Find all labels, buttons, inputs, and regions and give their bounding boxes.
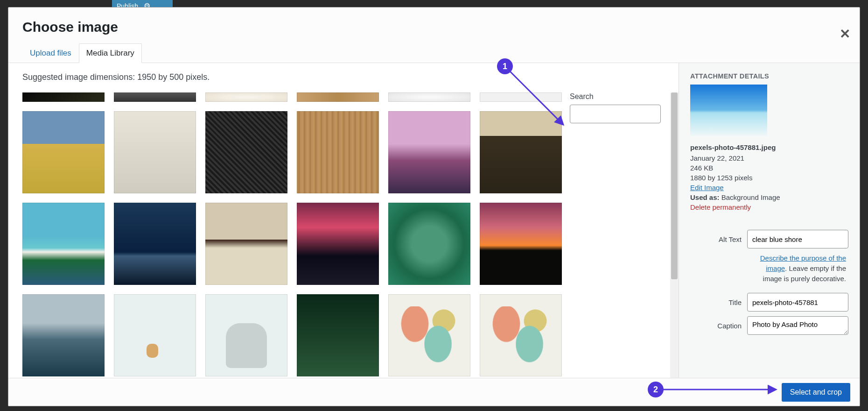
choose-image-modal: Choose image ✕ Upload files Media Librar… — [8, 7, 860, 406]
media-thumb[interactable] — [480, 92, 562, 102]
suggested-dimensions: Suggested image dimensions: 1950 by 500 … — [22, 72, 679, 82]
modal-body: Suggested image dimensions: 1950 by 500 … — [8, 63, 860, 378]
alt-help-text: Describe the purpose of the image. Leave… — [747, 253, 848, 283]
media-thumb[interactable] — [297, 92, 379, 102]
media-thumb[interactable] — [114, 294, 196, 376]
delete-permanently-link[interactable]: Delete permanently — [690, 203, 848, 211]
attachment-preview — [690, 85, 767, 136]
tabs: Upload files Media Library — [8, 43, 860, 63]
media-thumb[interactable] — [22, 92, 105, 102]
caption-label: Caption — [690, 322, 742, 330]
media-thumb[interactable] — [205, 203, 287, 285]
media-thumb[interactable] — [388, 294, 470, 376]
media-thumb[interactable] — [297, 203, 379, 285]
caption-input[interactable]: Photo by Asad Photo — [747, 316, 848, 335]
title-field-label: Title — [690, 298, 742, 306]
media-thumb[interactable] — [480, 203, 562, 285]
alt-text-input[interactable] — [747, 230, 848, 248]
modal-toolbar: Select and crop — [8, 378, 860, 406]
scrollbar-thumb[interactable] — [671, 92, 678, 279]
media-thumb[interactable] — [114, 203, 196, 285]
title-input[interactable] — [747, 293, 848, 312]
media-thumb[interactable] — [114, 111, 196, 193]
media-thumb[interactable] — [205, 111, 287, 193]
media-thumb[interactable] — [388, 111, 470, 193]
search-input[interactable] — [570, 105, 661, 123]
used-as-value: Background Image — [721, 193, 780, 201]
select-and-crop-button[interactable]: Select and crop — [782, 383, 850, 402]
media-thumb[interactable] — [205, 294, 287, 376]
media-thumb[interactable] — [297, 294, 379, 376]
media-thumb[interactable] — [388, 92, 470, 102]
attachment-form: Alt Text Describe the purpose of the ima… — [690, 227, 848, 335]
attachment-filename: pexels-photo-457881.jpeg — [690, 143, 848, 151]
media-thumb[interactable] — [480, 294, 562, 376]
search-column: Search — [565, 92, 670, 378]
media-thumb[interactable] — [388, 203, 470, 285]
modal-header: Choose image ✕ — [8, 7, 860, 43]
attachment-date: January 22, 2021 — [690, 154, 848, 162]
close-icon[interactable]: ✕ — [840, 26, 850, 42]
alt-text-label: Alt Text — [690, 235, 742, 243]
annotation-badge-2: 2 — [648, 382, 664, 397]
attachment-dimensions: 1880 by 1253 pixels — [690, 174, 848, 182]
media-thumb[interactable] — [22, 111, 105, 193]
attachment-sidebar: ATTACHMENT DETAILS pexels-photo-457881.j… — [679, 63, 860, 378]
used-as-label: Used as: — [690, 193, 720, 201]
media-thumb[interactable] — [22, 203, 105, 285]
tab-media-library[interactable]: Media Library — [79, 43, 142, 63]
media-thumb[interactable] — [480, 111, 562, 193]
media-grid: ✓ — [22, 92, 561, 376]
grid-row: ✓ — [22, 92, 679, 378]
used-as: Used as: Background Image — [690, 193, 848, 201]
media-thumb[interactable] — [114, 92, 196, 102]
tab-upload-files[interactable]: Upload files — [22, 43, 79, 63]
media-thumb[interactable] — [22, 294, 105, 376]
media-thumb[interactable] — [205, 92, 287, 102]
media-grid-scroll[interactable]: ✓ — [22, 92, 565, 378]
modal-title: Choose image — [22, 19, 848, 35]
annotation-badge-1: 1 — [497, 58, 513, 74]
media-thumb[interactable] — [297, 111, 379, 193]
grid-scrollbar[interactable] — [670, 92, 679, 378]
attachment-details-header: ATTACHMENT DETAILS — [690, 72, 848, 80]
main-column: Suggested image dimensions: 1950 by 500 … — [8, 63, 679, 378]
search-label: Search — [570, 92, 661, 101]
attachment-size: 246 KB — [690, 164, 848, 172]
edit-image-link[interactable]: Edit Image — [690, 184, 724, 191]
